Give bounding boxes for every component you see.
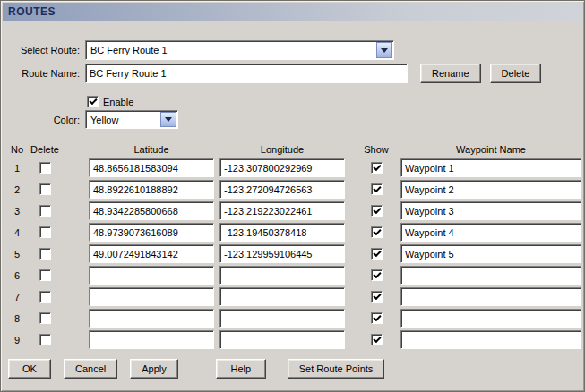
delete-cell (26, 205, 64, 217)
delete-cell (26, 226, 64, 238)
waypoint-name-input[interactable] (400, 287, 581, 306)
route-name-row: Route Name: Rename Delete (1, 64, 584, 83)
delete-checkbox[interactable] (39, 334, 51, 345)
show-checkbox[interactable] (371, 291, 383, 303)
waypoint-name-input[interactable] (400, 158, 581, 177)
footer-buttons: OK Cancel Apply Help Set Route Points (1, 359, 584, 379)
longitude-input[interactable] (219, 158, 345, 177)
latitude-input[interactable] (89, 244, 214, 263)
table-row: 2 (1, 180, 584, 199)
latitude-input[interactable] (89, 330, 214, 349)
color-value: Yellow (86, 115, 159, 125)
longitude-input[interactable] (219, 244, 345, 263)
chevron-down-icon[interactable] (376, 42, 392, 58)
waypoint-table-body: 1 2 3 4 5 6 (1, 158, 584, 349)
rename-button[interactable]: Rename (420, 64, 481, 83)
latitude-input[interactable] (89, 266, 214, 285)
enable-label[interactable]: Enable (103, 97, 133, 107)
show-checkbox[interactable] (371, 162, 383, 174)
longitude-input[interactable] (219, 266, 345, 285)
color-row: Color: Yellow (1, 110, 584, 129)
show-cell (357, 183, 395, 195)
color-dropdown[interactable]: Yellow (85, 110, 178, 129)
delete-cell (26, 312, 64, 324)
delete-checkbox[interactable] (39, 205, 51, 217)
longitude-input[interactable] (219, 223, 345, 242)
apply-button[interactable]: Apply (130, 359, 178, 379)
show-cell (357, 334, 395, 345)
waypoint-name-input[interactable] (400, 244, 581, 263)
delete-checkbox[interactable] (39, 226, 51, 238)
dialog-title: ROUTES (8, 5, 56, 18)
show-cell (357, 269, 395, 281)
delete-checkbox[interactable] (39, 183, 51, 195)
cancel-button[interactable]: Cancel (64, 359, 117, 379)
select-route-dropdown[interactable]: BC Ferry Route 1 (85, 40, 394, 60)
show-checkbox[interactable] (371, 248, 383, 260)
show-cell (357, 312, 395, 324)
show-cell (357, 226, 395, 238)
route-name-input[interactable] (85, 64, 408, 83)
waypoint-name-input[interactable] (400, 266, 581, 285)
latitude-input[interactable] (89, 223, 214, 242)
table-row: 6 (1, 266, 584, 285)
show-checkbox[interactable] (371, 334, 383, 345)
waypoint-name-input[interactable] (400, 180, 581, 199)
row-number: 4 (8, 227, 26, 238)
header-delete: Delete (26, 144, 64, 155)
set-route-points-button[interactable]: Set Route Points (288, 359, 385, 379)
waypoint-name-input[interactable] (400, 330, 581, 349)
select-route-row: Select Route: BC Ferry Route 1 (1, 40, 584, 60)
row-number: 9 (8, 335, 26, 345)
latitude-input[interactable] (89, 158, 214, 177)
table-row: 5 (1, 244, 584, 263)
latitude-input[interactable] (89, 309, 214, 328)
show-checkbox[interactable] (371, 312, 383, 324)
delete-cell (26, 269, 64, 281)
latitude-input[interactable] (89, 287, 214, 306)
show-checkbox[interactable] (371, 205, 383, 217)
delete-checkbox[interactable] (39, 269, 51, 281)
latitude-input[interactable] (89, 180, 214, 199)
delete-cell (26, 291, 64, 303)
delete-button[interactable]: Delete (490, 64, 542, 83)
routes-dialog: ROUTES Select Route: BC Ferry Route 1 Ro… (0, 0, 585, 392)
delete-cell (26, 183, 64, 195)
table-row: 3 (1, 201, 584, 220)
row-number: 8 (8, 313, 26, 324)
longitude-input[interactable] (219, 309, 345, 328)
longitude-input[interactable] (219, 180, 345, 199)
ok-button[interactable]: OK (8, 359, 51, 379)
delete-checkbox[interactable] (39, 291, 51, 303)
row-number: 5 (8, 249, 26, 260)
table-row: 4 (1, 223, 584, 242)
latitude-input[interactable] (89, 201, 214, 220)
waypoint-name-input[interactable] (400, 223, 581, 242)
waypoint-name-input[interactable] (400, 309, 581, 328)
delete-checkbox[interactable] (39, 312, 51, 324)
longitude-input[interactable] (219, 330, 345, 349)
show-checkbox[interactable] (371, 226, 383, 238)
header-latitude: Latitude (89, 144, 214, 155)
delete-checkbox[interactable] (39, 248, 51, 260)
table-header-row: No Delete Latitude Longitude Show Waypoi… (1, 143, 584, 156)
row-number: 1 (8, 163, 26, 174)
header-waypoint-name: Waypoint Name (400, 144, 581, 155)
chevron-down-glyph (381, 48, 388, 53)
row-number: 6 (8, 270, 26, 281)
show-checkbox[interactable] (371, 183, 383, 195)
help-button[interactable]: Help (216, 359, 266, 379)
header-longitude: Longitude (219, 144, 345, 155)
show-checkbox[interactable] (371, 269, 383, 281)
waypoint-name-input[interactable] (400, 201, 581, 220)
show-cell (357, 162, 395, 174)
longitude-input[interactable] (219, 287, 345, 306)
show-cell (357, 205, 395, 217)
row-number: 2 (8, 184, 26, 195)
table-row: 9 (1, 330, 584, 349)
longitude-input[interactable] (219, 201, 345, 220)
enable-checkbox[interactable] (87, 96, 99, 107)
delete-checkbox[interactable] (39, 162, 51, 174)
chevron-down-icon[interactable] (160, 112, 176, 127)
color-label: Color: (8, 115, 85, 125)
